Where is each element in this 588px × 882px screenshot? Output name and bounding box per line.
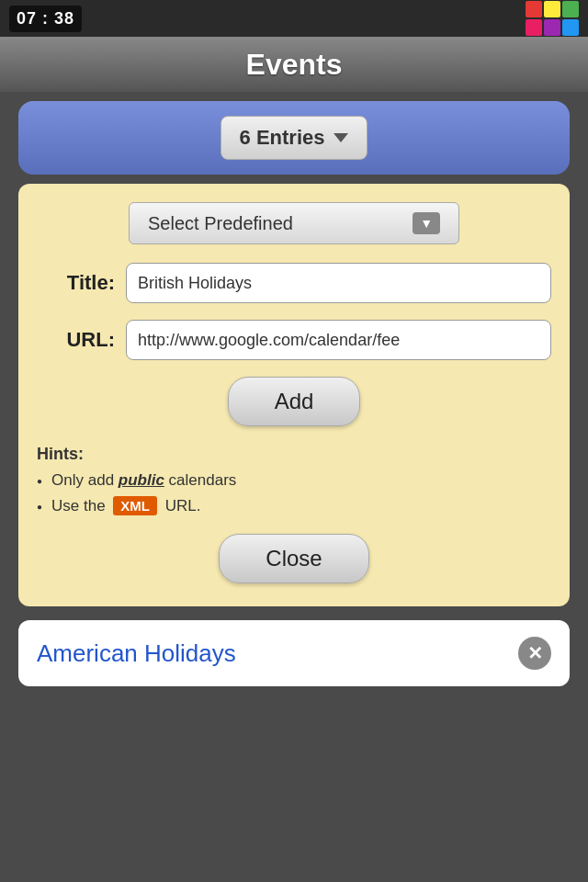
bottom-bar: American Holidays ✕ (18, 620, 570, 686)
bottom-bar-close-button[interactable]: ✕ (518, 637, 551, 670)
entries-dropdown-button[interactable]: 6 Entries (220, 116, 368, 160)
close-button[interactable]: Close (219, 534, 368, 583)
color-cell (526, 1, 542, 17)
main-panel: Select Predefined ▼ Title: URL: Add Hint… (18, 184, 570, 606)
hints-section: Hints: Only add public calendars Use the… (37, 445, 551, 515)
xml-badge: XML (113, 496, 157, 515)
header: Events (0, 37, 588, 92)
status-bar: 07 : 38 (0, 0, 588, 37)
url-row: URL: (37, 320, 551, 360)
hint-item-2: Use the XML URL. (37, 497, 551, 515)
entries-bar: 6 Entries (18, 101, 570, 175)
entries-label: 6 Entries (240, 126, 325, 150)
close-button-container: Close (37, 534, 551, 583)
color-cell (544, 19, 560, 36)
color-cell (562, 19, 579, 36)
select-predefined-arrow: ▼ (413, 212, 440, 234)
color-cell (526, 19, 542, 36)
title-input[interactable] (126, 263, 551, 303)
color-grid (526, 1, 579, 36)
status-time: 07 : 38 (9, 6, 82, 32)
title-row: Title: (37, 263, 551, 303)
add-button-container: Add (37, 377, 551, 426)
color-cell (562, 1, 579, 17)
entries-dropdown-arrow (334, 133, 348, 142)
hint-1-prefix: Only add public calendars (51, 471, 236, 490)
url-input[interactable] (126, 320, 551, 360)
page-title: Events (246, 48, 343, 82)
title-label: Title: (37, 271, 115, 295)
hint-1-link: public (119, 471, 164, 489)
hint-2-text: Use the XML URL. (51, 497, 200, 515)
bottom-bar-title: American Holidays (37, 639, 236, 668)
add-button[interactable]: Add (228, 377, 361, 426)
url-label: URL: (37, 328, 115, 352)
select-predefined-button[interactable]: Select Predefined ▼ (129, 202, 459, 244)
hints-title: Hints: (37, 445, 551, 464)
hint-item-1: Only add public calendars (37, 471, 551, 490)
select-predefined-container: Select Predefined ▼ (37, 202, 551, 244)
color-cell (544, 1, 560, 17)
select-predefined-label: Select Predefined (148, 213, 293, 234)
